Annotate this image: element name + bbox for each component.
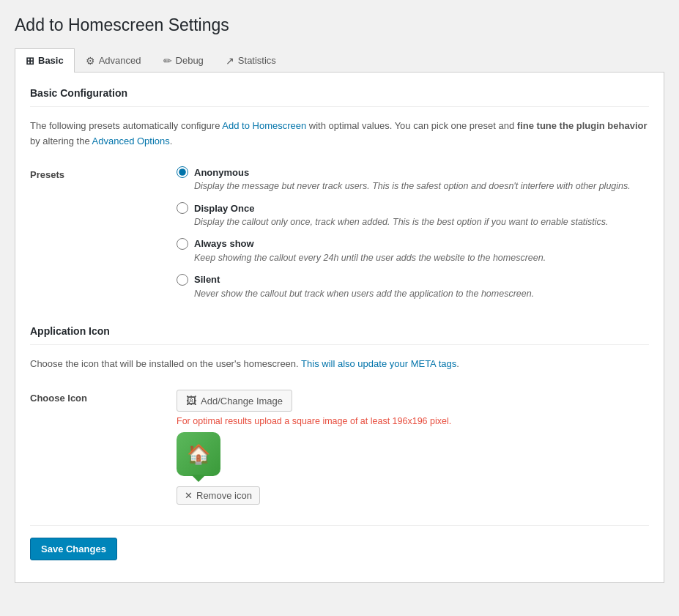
icon-controls: 🖼 Add/Change Image For optimal results u…	[177, 390, 649, 505]
preset-anonymous-desc: Display the message but never track user…	[194, 179, 649, 193]
presets-radio-group: Anonymous Display the message but never …	[177, 166, 649, 300]
choose-icon-label: Choose Icon	[30, 387, 177, 508]
preset-silent-text: Silent	[194, 274, 220, 285]
app-icon-preview: 🏠	[177, 432, 220, 476]
preset-always-show-desc: Keep showing the callout every 24h until…	[194, 251, 649, 265]
advanced-icon: ⚙	[86, 55, 95, 67]
preset-silent: Silent Never show the callout but track …	[177, 274, 649, 301]
debug-icon: ✏	[163, 55, 172, 67]
add-change-image-label: Add/Change Image	[201, 396, 283, 407]
tab-statistics-label: Statistics	[238, 55, 276, 66]
optimal-note: For optimal results upload a square imag…	[177, 416, 649, 426]
icon-preview-area: 🏠	[177, 432, 649, 476]
basic-config-title: Basic Configuration	[30, 87, 649, 107]
preset-silent-label[interactable]: Silent	[177, 274, 649, 286]
remove-icon-label: Remove icon	[196, 490, 252, 501]
statistics-icon: ↗	[226, 55, 234, 67]
advanced-options-link[interactable]: Advanced Options	[92, 136, 170, 146]
preset-anonymous-radio[interactable]	[177, 166, 188, 178]
tab-debug-label: Debug	[176, 55, 204, 66]
presets-label: Presets	[30, 163, 177, 303]
icon-table: Choose Icon 🖼 Add/Change Image For optim…	[30, 387, 649, 508]
tab-statistics[interactable]: ↗ Statistics	[215, 48, 287, 73]
tab-navigation: ⊞ Basic ⚙ Advanced ✏ Debug ↗ Statistics	[15, 48, 664, 73]
save-changes-button[interactable]: Save Changes	[30, 538, 117, 560]
basic-icon: ⊞	[26, 55, 34, 67]
preset-anonymous: Anonymous Display the message but never …	[177, 166, 649, 193]
preset-anonymous-text: Anonymous	[194, 167, 249, 178]
tab-advanced-label: Advanced	[99, 55, 141, 66]
preset-always-show-label[interactable]: Always show	[177, 238, 649, 250]
meta-tags-link[interactable]: This will also update your META tags	[301, 358, 456, 369]
app-icon-section: Application Icon Choose the icon that wi…	[30, 325, 649, 508]
add-to-homescreen-link[interactable]: Add to Homescreen	[222, 120, 306, 131]
tab-debug[interactable]: ✏ Debug	[152, 48, 215, 73]
save-area: Save Changes	[30, 525, 649, 560]
remove-icon-button[interactable]: ✕ Remove icon	[177, 486, 260, 505]
preset-always-show-text: Always show	[194, 238, 254, 249]
app-icon-title: Application Icon	[30, 325, 649, 345]
basic-config-description: The following presets automatically conf…	[30, 119, 649, 149]
page-title: Add to Homescreen Settings	[15, 15, 664, 37]
tab-basic-label: Basic	[38, 55, 64, 66]
preset-display-once-desc: Display the callout only once, track whe…	[194, 215, 649, 229]
preset-silent-desc: Never show the callout but track when us…	[194, 287, 649, 301]
preset-silent-radio[interactable]	[177, 274, 188, 286]
remove-icon-x: ✕	[185, 490, 193, 501]
preset-display-once: Display Once Display the callout only on…	[177, 202, 649, 229]
tab-advanced[interactable]: ⚙ Advanced	[75, 48, 152, 73]
preset-display-once-text: Display Once	[194, 203, 254, 214]
preset-anonymous-label[interactable]: Anonymous	[177, 166, 649, 178]
house-icon: 🏠	[187, 443, 210, 466]
preset-always-show: Always show Keep showing the callout eve…	[177, 238, 649, 265]
add-change-image-button[interactable]: 🖼 Add/Change Image	[177, 390, 292, 412]
media-icon: 🖼	[186, 395, 196, 407]
preset-display-once-label[interactable]: Display Once	[177, 202, 649, 214]
preset-always-show-radio[interactable]	[177, 238, 188, 250]
content-area: Basic Configuration The following preset…	[15, 73, 664, 583]
app-icon-description: Choose the icon that will be installed o…	[30, 357, 649, 372]
tab-basic[interactable]: ⊞ Basic	[15, 48, 75, 73]
presets-table: Presets Anonymous Display the message bu…	[30, 163, 649, 303]
preset-display-once-radio[interactable]	[177, 202, 188, 214]
